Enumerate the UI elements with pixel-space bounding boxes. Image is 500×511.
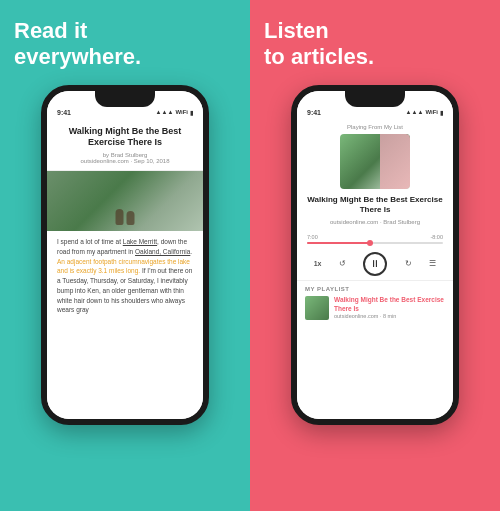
player-header: Playing From My List Walking Might Be th… bbox=[297, 118, 453, 234]
left-headline: Read it everywhere. bbox=[14, 18, 236, 71]
play-pause-button[interactable]: ⏸ bbox=[363, 252, 387, 276]
playlist-thumb bbox=[305, 296, 329, 320]
right-phone-screen: 9:41 ▲▲▲ WiFi ▮ Playing From My List Wal… bbox=[297, 91, 453, 419]
status-icons-left: ▲▲▲ WiFi ▮ bbox=[156, 109, 193, 116]
album-art-bg bbox=[340, 134, 410, 189]
rewind-button[interactable]: ↺ bbox=[339, 259, 346, 268]
progress-times: 7:00 -8:00 bbox=[307, 234, 443, 240]
status-time-left: 9:41 bbox=[57, 109, 71, 116]
headline-line2: everywhere. bbox=[14, 44, 141, 69]
right-headline: Listen to articles. bbox=[264, 18, 486, 71]
status-icons-right: ▲▲▲ WiFi ▮ bbox=[406, 109, 443, 116]
left-phone-mockup: 9:41 ▲▲▲ WiFi ▮ Walking Might Be the Bes… bbox=[41, 85, 209, 425]
time-current: 7:00 bbox=[307, 234, 318, 240]
article-title-left: Walking Might Be the Best Exercise There… bbox=[59, 126, 191, 149]
playlist-section: MY PLAYLIST Walking Might Be the Best Ex… bbox=[297, 280, 453, 325]
playlist-label: MY PLAYLIST bbox=[305, 286, 445, 292]
forward-button[interactable]: ↻ bbox=[405, 259, 412, 268]
player-controls: 1x ↺ ⏸ ↻ ☰ bbox=[297, 248, 453, 280]
body-text-1: I spend a lot of time at bbox=[57, 238, 123, 245]
body-lake: Lake Merritt bbox=[123, 238, 157, 245]
progress-fill bbox=[307, 242, 370, 244]
time-total: -8:00 bbox=[430, 234, 443, 240]
pause-icon: ⏸ bbox=[370, 258, 380, 269]
figure-2 bbox=[127, 211, 135, 225]
album-art-overlay bbox=[380, 134, 410, 189]
bookmark-button[interactable]: ☰ bbox=[429, 259, 436, 268]
player-article-title: Walking Might Be the Best Exercise There… bbox=[307, 195, 443, 216]
playlist-info: Walking Might Be the Best Exercise There… bbox=[334, 296, 445, 319]
figure-1 bbox=[116, 209, 124, 225]
now-playing-label: Playing From My List bbox=[307, 124, 443, 130]
body-text-3: . bbox=[190, 248, 192, 255]
status-bar-left: 9:41 ▲▲▲ WiFi ▮ bbox=[47, 105, 203, 118]
article-meta: by Brad Stulberg outsideonline.com · Sep… bbox=[59, 152, 191, 164]
wifi-icon: WiFi bbox=[175, 109, 188, 115]
left-phone-screen: 9:41 ▲▲▲ WiFi ▮ Walking Might Be the Bes… bbox=[47, 91, 203, 419]
article-image bbox=[47, 171, 203, 231]
article-body: I spend a lot of time at Lake Merritt, d… bbox=[47, 231, 203, 321]
progress-bar-container[interactable]: 7:00 -8:00 bbox=[297, 234, 453, 244]
body-oakland: Oakland, California bbox=[135, 248, 190, 255]
progress-thumb bbox=[367, 240, 373, 246]
headline-line1: Read it bbox=[14, 18, 87, 43]
playlist-item[interactable]: Walking Might Be the Best Exercise There… bbox=[305, 296, 445, 320]
headline-line2-right: to articles. bbox=[264, 44, 374, 69]
speed-button[interactable]: 1x bbox=[314, 260, 322, 267]
signal-icon-right: ▲▲▲ bbox=[406, 109, 424, 115]
right-panel: Listen to articles. 9:41 ▲▲▲ WiFi ▮ Play… bbox=[250, 0, 500, 511]
status-time-right: 9:41 bbox=[307, 109, 321, 116]
left-panel: Read it everywhere. 9:41 ▲▲▲ WiFi ▮ Walk… bbox=[0, 0, 250, 511]
headline-line1-right: Listen bbox=[264, 18, 329, 43]
player-source: outsideonline.com · Brad Stulberg bbox=[307, 219, 443, 225]
playlist-item-meta: outsideonline.com · 8 min bbox=[334, 313, 445, 319]
right-phone-mockup: 9:41 ▲▲▲ WiFi ▮ Playing From My List Wal… bbox=[291, 85, 459, 425]
signal-icon: ▲▲▲ bbox=[156, 109, 174, 115]
article-header: Walking Might Be the Best Exercise There… bbox=[47, 118, 203, 171]
playlist-item-title: Walking Might Be the Best Exercise There… bbox=[334, 296, 445, 313]
battery-icon: ▮ bbox=[190, 109, 193, 116]
article-source: outsideonline.com · Sep 10, 2018 bbox=[80, 158, 169, 164]
progress-track[interactable] bbox=[307, 242, 443, 244]
status-bar-right: 9:41 ▲▲▲ WiFi ▮ bbox=[297, 105, 453, 118]
wifi-icon-right: WiFi bbox=[425, 109, 438, 115]
album-art bbox=[340, 134, 410, 189]
hikers-figures bbox=[116, 209, 135, 225]
battery-icon-right: ▮ bbox=[440, 109, 443, 116]
